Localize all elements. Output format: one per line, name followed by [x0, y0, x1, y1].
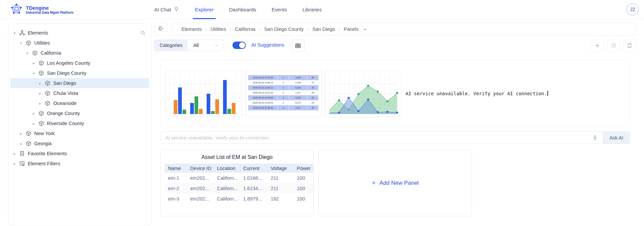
table-icon: [295, 43, 301, 49]
cube-icon: [38, 70, 44, 76]
tree-item-new-york[interactable]: ▸ New York: [10, 128, 149, 138]
tree-item-oceanside[interactable]: ▸ Oceanside: [10, 98, 149, 108]
caret-right-icon[interactable]: ▸: [39, 102, 45, 105]
column-header: Name: [165, 166, 187, 171]
breadcrumb-utilities[interactable]: Utilities: [210, 26, 226, 32]
cube-icon: [45, 80, 51, 86]
nav-explorer[interactable]: Explorer: [195, 0, 214, 19]
nav-libraries[interactable]: Libraries: [303, 0, 322, 19]
ai-status-message: AI service unavailable. Verify your AI c…: [406, 91, 548, 96]
brand-name: TDengine: [26, 5, 73, 11]
caret-right-icon[interactable]: ▸: [39, 81, 45, 85]
chevron-down-icon[interactable]: [363, 27, 367, 32]
tree-label: Elements: [28, 30, 48, 36]
add-button[interactable]: [591, 40, 604, 52]
suggestion-table[interactable]: 2025-05-16 10:22:4813.544552025-05-16 12…: [245, 71, 322, 117]
caret-right-icon[interactable]: ▸: [20, 132, 25, 135]
tree-item-riverside-county[interactable]: ▸ Riverside County: [10, 118, 149, 128]
caret-down-icon[interactable]: ▾: [14, 31, 19, 35]
main-nav: AI Chat Explorer Dashboards Events Libra…: [154, 0, 322, 19]
tree-item-favorite-elements[interactable]: ▸ Favorite Elements: [10, 149, 149, 159]
refresh-icon: [627, 43, 633, 49]
caret-right-icon[interactable]: ▸: [33, 122, 38, 125]
caret-right-icon[interactable]: ▸: [33, 61, 38, 65]
tree-item-los-angeles-county[interactable]: ▸ Los Angeles County: [10, 58, 149, 68]
tree-item-element-filters[interactable]: ▸ Element Filters: [10, 159, 149, 169]
ask-ai-button[interactable]: Ask AI: [603, 132, 630, 144]
column-header: Current: [240, 166, 267, 171]
tree-item-chula-vista[interactable]: ▸ Chula Vista: [10, 88, 149, 98]
nav-dashboards[interactable]: Dashboards: [229, 0, 256, 19]
add-new-panel-button[interactable]: + Add New Panel: [319, 150, 472, 216]
search-icon[interactable]: [140, 30, 146, 36]
element-tree-sidebar: ▾ Elements ▾: [8, 23, 152, 226]
breadcrumb-separator: ›: [339, 27, 340, 32]
caret-right-icon[interactable]: ▸: [33, 112, 38, 115]
tdengine-network-icon: [10, 3, 23, 17]
cube-icon: [38, 60, 44, 66]
cube-icon: [38, 120, 44, 126]
tree-item-san-diego-county[interactable]: ▾ San Diego County: [10, 68, 149, 78]
collapse-sidebar-button[interactable]: [154, 23, 167, 36]
cube-icon: [45, 90, 51, 96]
table-row[interactable]: em-2 em202... Californ... 1.6234... 211 …: [165, 183, 314, 193]
tree-item-utilities[interactable]: ▾ Utilities: [10, 38, 149, 48]
caret-down-icon[interactable]: ▾: [20, 41, 25, 45]
table-row[interactable]: em-3 em202... Californ... 1.8979... 192 …: [165, 193, 314, 204]
caret-down-icon[interactable]: ▾: [33, 71, 38, 75]
user-avatar[interactable]: ZZ: [627, 3, 639, 15]
tree-item-orange-county[interactable]: ▸ Orange County: [10, 108, 149, 118]
cube-icon: [38, 110, 44, 116]
microphone-icon: [592, 135, 598, 141]
breadcrumb-separator: ›: [259, 27, 260, 32]
nav-events[interactable]: Events: [272, 0, 287, 19]
microphone-button[interactable]: [587, 135, 603, 141]
cube-icon: [25, 130, 32, 136]
categories-label: Categories: [155, 40, 187, 51]
brand-logo[interactable]: TDengine Industrial Data Mgmt Platform: [10, 3, 73, 17]
asset-table: Name Device ID Location Current Voltage …: [165, 164, 314, 204]
categories-select[interactable]: Categories All: [154, 40, 223, 51]
app-root: TDengine Industrial Data Mgmt Platform A…: [0, 0, 644, 226]
cluster-icon: [19, 30, 25, 36]
tree-item-san-diego[interactable]: ▸ San Diego: [10, 78, 149, 88]
tree-item-california[interactable]: ▾ California: [10, 48, 149, 58]
top-navbar: TDengine Industrial Data Mgmt Platform A…: [0, 0, 644, 19]
caret-down-icon[interactable]: ▾: [26, 51, 32, 55]
ai-suggestions-toggle[interactable]: [232, 42, 246, 49]
tree-item-georgia[interactable]: ▸ Georgia: [10, 138, 149, 149]
breadcrumb: Elements › Utilities › California › San …: [172, 23, 636, 36]
tree-item-elements[interactable]: ▾ Elements: [10, 28, 149, 38]
table-view-button[interactable]: [292, 40, 305, 52]
caret-right-icon[interactable]: ▸: [20, 142, 25, 146]
breadcrumb-panels[interactable]: Panels: [344, 26, 359, 32]
panel-title: Asset List of EM at San Diego: [161, 154, 313, 160]
cube-icon: [25, 140, 32, 147]
column-header: Voltage: [267, 166, 293, 171]
breadcrumb-san-diego-county[interactable]: San Diego County: [264, 26, 304, 32]
suggestion-bar-chart[interactable]: [165, 71, 242, 117]
asset-table-header: Name Device ID Location Current Voltage …: [165, 164, 314, 173]
categories-value: All: [194, 43, 199, 48]
ask-ai-input[interactable]: [161, 132, 587, 144]
plus-icon: +: [372, 179, 376, 187]
caret-right-icon[interactable]: ▸: [39, 92, 45, 95]
breadcrumb-san-diego[interactable]: San Diego: [312, 26, 335, 32]
cube-icon: [32, 50, 38, 56]
caret-right-icon[interactable]: ▸: [14, 162, 19, 166]
panels-toolbar: Categories All AI Suggestions: [154, 40, 636, 52]
nav-ai-chat[interactable]: AI Chat: [154, 0, 179, 19]
text-cursor: [547, 91, 548, 96]
column-header: Device ID: [187, 166, 214, 171]
breadcrumb-california[interactable]: California: [235, 26, 255, 32]
refresh-button[interactable]: [623, 40, 636, 52]
breadcrumb-elements[interactable]: Elements: [181, 26, 202, 32]
table-row[interactable]: em-1 em202... Californ... 1.0168... 211 …: [165, 173, 314, 183]
duplicate-button[interactable]: [607, 40, 620, 52]
asset-list-panel[interactable]: Asset List of EM at San Diego Name Devic…: [160, 150, 314, 216]
filter-doc-icon: [19, 161, 25, 167]
plus-icon: [594, 43, 600, 49]
ai-suggestions-label[interactable]: AI Suggestions: [252, 42, 284, 48]
caret-right-icon[interactable]: ▸: [14, 152, 19, 156]
suggestion-area-chart[interactable]: [325, 71, 401, 117]
